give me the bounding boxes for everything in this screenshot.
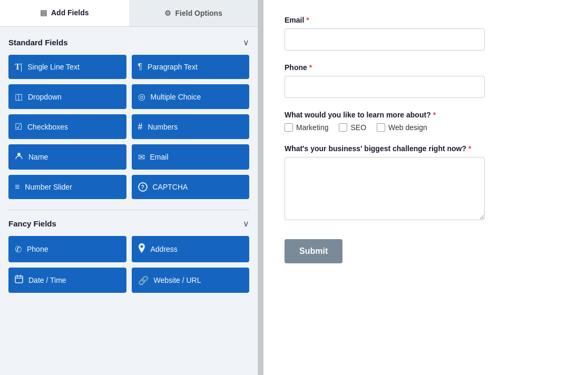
fancy-fields-title: Fancy Fields xyxy=(8,219,56,228)
field-btn-phone-label: Phone xyxy=(27,245,48,253)
email-label: Email * xyxy=(285,16,567,24)
number-slider-icon: ≡ xyxy=(15,182,19,192)
standard-fields-chevron[interactable]: ∨ xyxy=(243,37,249,47)
field-btn-paragraph-text[interactable]: ¶ Paragraph Text xyxy=(132,55,250,79)
field-btn-website-url[interactable]: 🔗 Website / URL xyxy=(132,268,250,293)
dropdown-icon: ◫ xyxy=(15,92,23,102)
email-icon: ✉ xyxy=(138,152,145,162)
field-btn-single-line-text-label: Single Line Text xyxy=(27,63,80,71)
checkbox-seo[interactable]: SEO xyxy=(339,123,366,132)
field-btn-numbers-label: Numbers xyxy=(148,123,178,131)
left-panel: ▤ Add Fields ⚙ Field Options Standard Fi… xyxy=(0,0,258,375)
field-options-icon: ⚙ xyxy=(164,9,171,17)
field-btn-address[interactable]: Address xyxy=(132,236,250,262)
tab-add-fields-label: Add Fields xyxy=(51,8,89,17)
submit-button[interactable]: Submit xyxy=(285,239,342,263)
challenge-required-star: * xyxy=(468,144,471,153)
field-btn-name[interactable]: Name xyxy=(8,144,126,170)
svg-point-0 xyxy=(17,153,21,156)
form-field-phone: Phone * xyxy=(285,63,567,98)
checkboxes-icon: ☑ xyxy=(15,122,22,132)
add-fields-icon: ▤ xyxy=(40,8,47,17)
field-btn-name-label: Name xyxy=(28,153,48,161)
field-btn-website-url-label: Website / URL xyxy=(154,276,201,284)
learn-more-label: What would you like to learn more about?… xyxy=(285,111,567,119)
website-url-icon: 🔗 xyxy=(138,275,149,285)
phone-label: Phone * xyxy=(285,63,567,72)
checkbox-web-design[interactable]: Web design xyxy=(377,123,427,132)
learn-more-options: Marketing SEO Web design xyxy=(285,123,567,132)
standard-fields-title: Standard Fields xyxy=(8,38,68,47)
field-btn-checkboxes-label: Checkboxes xyxy=(27,123,68,131)
field-btn-number-slider-label: Number Slider xyxy=(25,183,72,191)
field-btn-paragraph-text-label: Paragraph Text xyxy=(148,63,198,71)
numbers-icon: # xyxy=(138,122,143,132)
field-btn-date-time[interactable]: Date / Time xyxy=(8,268,126,293)
tabs-bar: ▤ Add Fields ⚙ Field Options xyxy=(0,0,258,27)
tab-field-options-label: Field Options xyxy=(175,9,222,17)
multiple-choice-icon: ◎ xyxy=(138,92,145,102)
field-btn-dropdown[interactable]: ◫ Dropdown xyxy=(8,84,126,109)
fancy-fields-header: Fancy Fields ∨ xyxy=(8,219,249,229)
standard-fields-header: Standard Fields ∨ xyxy=(8,37,249,47)
right-panel: Email * Phone * What would you like to l… xyxy=(263,0,588,375)
form-field-challenge: What's your business' biggest challenge … xyxy=(285,144,567,222)
challenge-label: What's your business' biggest challenge … xyxy=(285,144,567,153)
challenge-textarea[interactable] xyxy=(285,157,485,220)
field-btn-multiple-choice[interactable]: ◎ Multiple Choice xyxy=(132,84,250,109)
checkbox-web-design-input[interactable] xyxy=(377,123,385,132)
tab-field-options[interactable]: ⚙ Field Options xyxy=(129,0,258,26)
field-btn-date-time-label: Date / Time xyxy=(28,276,66,284)
date-time-icon xyxy=(15,275,23,285)
standard-fields-grid: T| Single Line Text ¶ Paragraph Text ◫ D… xyxy=(8,55,249,199)
address-icon xyxy=(138,243,145,255)
checkbox-marketing[interactable]: Marketing xyxy=(285,123,328,132)
field-btn-captcha[interactable]: ? CAPTCHA xyxy=(132,175,250,199)
field-btn-single-line-text[interactable]: T| Single Line Text xyxy=(8,55,126,79)
paragraph-text-icon: ¶ xyxy=(138,62,143,72)
phone-required-star: * xyxy=(309,63,312,72)
field-btn-address-label: Address xyxy=(151,245,178,253)
field-btn-checkboxes[interactable]: ☑ Checkboxes xyxy=(8,114,126,139)
checkbox-seo-input[interactable] xyxy=(339,123,347,132)
fancy-fields-grid: ✆ Phone Address Date / Time 🔗 Website / … xyxy=(8,236,249,293)
svg-rect-1 xyxy=(15,276,23,283)
learn-more-required-star: * xyxy=(433,111,436,119)
form-field-email: Email * xyxy=(285,16,567,51)
email-input[interactable] xyxy=(285,28,485,51)
single-line-text-icon: T| xyxy=(15,62,22,72)
field-btn-captcha-label: CAPTCHA xyxy=(153,183,188,191)
captcha-icon: ? xyxy=(138,182,148,192)
phone-icon: ✆ xyxy=(15,244,22,254)
field-btn-number-slider[interactable]: ≡ Number Slider xyxy=(8,175,126,199)
section-divider xyxy=(8,210,249,210)
field-btn-numbers[interactable]: # Numbers xyxy=(132,114,250,139)
field-btn-multiple-choice-label: Multiple Choice xyxy=(151,93,201,101)
checkbox-marketing-input[interactable] xyxy=(285,123,293,132)
fancy-fields-chevron[interactable]: ∨ xyxy=(243,219,249,229)
field-btn-email-label: Email xyxy=(150,153,169,161)
scrollbar[interactable] xyxy=(258,0,263,375)
name-icon xyxy=(15,152,23,162)
email-required-star: * xyxy=(306,16,309,24)
tab-add-fields[interactable]: ▤ Add Fields xyxy=(0,0,129,26)
field-btn-email[interactable]: ✉ Email xyxy=(132,144,250,170)
field-btn-dropdown-label: Dropdown xyxy=(28,93,62,101)
phone-input[interactable] xyxy=(285,76,485,98)
form-field-learn-more: What would you like to learn more about?… xyxy=(285,111,567,132)
field-btn-phone[interactable]: ✆ Phone xyxy=(8,236,126,262)
panel-content: Standard Fields ∨ T| Single Line Text ¶ … xyxy=(0,27,258,375)
